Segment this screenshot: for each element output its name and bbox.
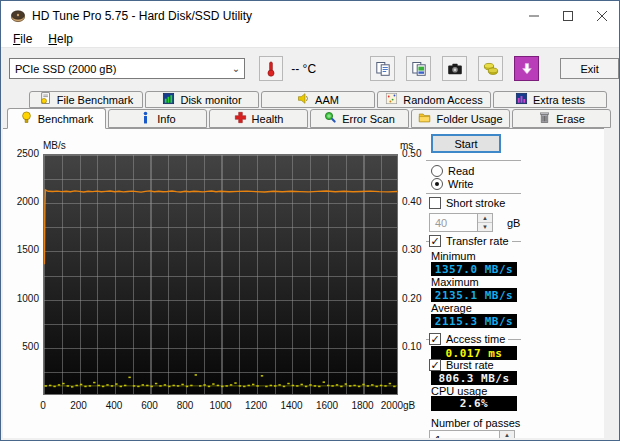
- access-time-value: 0.017 ms: [431, 346, 517, 360]
- info-icon: [139, 111, 152, 126]
- tab-label: AAM: [315, 94, 339, 106]
- toolbar-button-group: [370, 56, 539, 81]
- y-left-tick: 500: [3, 341, 39, 352]
- temperature-value: -- °C: [291, 62, 332, 76]
- y-left-tick: 1500: [3, 244, 39, 255]
- stepper-arrows[interactable]: ▲▼: [499, 431, 514, 438]
- save-results-button[interactable]: [478, 56, 503, 81]
- tab-folder-usage[interactable]: Folder Usage: [411, 109, 510, 128]
- save-disks-icon: [483, 61, 499, 77]
- tab-aam[interactable]: AAM: [261, 91, 375, 108]
- copy-pages-icon: [375, 61, 391, 77]
- window-title: HD Tune Pro 5.75 - Hard Disk/SSD Utility: [32, 9, 517, 23]
- tab-random-access[interactable]: Random Access: [377, 91, 491, 108]
- tab-label: Error Scan: [342, 113, 395, 125]
- x-axis-tick: 600: [141, 400, 158, 411]
- screenshot-button[interactable]: [442, 56, 467, 81]
- short-stroke-checkbox[interactable]: Short stroke: [429, 197, 505, 209]
- tab-label: Disk monitor: [180, 94, 241, 106]
- y-right-tick: 0.40: [402, 196, 421, 207]
- chevron-down-icon: ⌄: [228, 63, 244, 74]
- toolbar: PCIe SSD (2000 gB) ⌄ -- °C Exit: [1, 47, 619, 89]
- disk-monitor-icon: [162, 92, 175, 107]
- tab-erase[interactable]: Erase: [512, 109, 611, 128]
- file-benchmark-icon: [39, 92, 52, 107]
- access-time-label: Access time: [446, 333, 505, 345]
- step-up-icon: ▲: [478, 214, 492, 223]
- menu-bar: FileHelp: [1, 30, 619, 47]
- x-axis-tick: 1600: [316, 400, 338, 411]
- tab-health[interactable]: Health: [209, 109, 308, 128]
- tab-file-benchmark[interactable]: File Benchmark: [29, 91, 143, 108]
- copy-text-button[interactable]: [370, 56, 395, 81]
- short-stroke-unit-label: gB: [507, 217, 520, 229]
- write-radio-circle: [431, 178, 443, 190]
- x-axis-tick: 400: [106, 400, 123, 411]
- tab-benchmark[interactable]: Benchmark: [7, 108, 106, 129]
- cpu-usage-value: 2.6%: [431, 396, 517, 411]
- extra-tests-icon: [515, 92, 528, 107]
- health-icon: [234, 111, 247, 126]
- tab-extra-tests[interactable]: Extra tests: [493, 91, 607, 108]
- x-axis-tick: 1800: [351, 400, 373, 411]
- access-time-checkbox[interactable]: ✓ Access time: [429, 333, 508, 345]
- x-axis-tick: 0: [40, 400, 46, 411]
- tab-disk-monitor[interactable]: Disk monitor: [145, 91, 259, 108]
- exit-button[interactable]: Exit: [560, 58, 619, 79]
- y-right-tick: 0.50: [402, 148, 421, 159]
- x-axis-tick: 200: [70, 400, 87, 411]
- tab-error-scan[interactable]: Error Scan: [310, 109, 409, 128]
- speaker-icon: [297, 92, 310, 107]
- y-right-tick: 0.10: [402, 341, 421, 352]
- average-value: 2115.3 MB/s: [431, 314, 517, 328]
- close-icon: [597, 11, 607, 21]
- tab-label: Benchmark: [38, 113, 94, 125]
- burst-rate-label: Burst rate: [446, 359, 494, 371]
- burst-rate-value: 806.3 MB/s: [431, 371, 517, 385]
- y-left-tick: 2500: [3, 148, 39, 159]
- copy-image-button[interactable]: [406, 56, 431, 81]
- minimize-icon: [529, 11, 539, 21]
- tab-row-lower: BenchmarkInfoHealthError ScanFolder Usag…: [1, 108, 619, 128]
- start-button[interactable]: Start: [431, 134, 501, 153]
- short-stroke-size-value: 40: [430, 214, 477, 231]
- close-button[interactable]: [585, 2, 619, 30]
- minimum-label: Minimum: [431, 250, 476, 262]
- tab-label: Info: [157, 113, 175, 125]
- drive-select-value: PCIe SSD (2000 gB): [15, 63, 228, 75]
- passes-label: Number of passes: [431, 417, 520, 429]
- read-radio-label: Read: [448, 165, 474, 177]
- tab-label: Folder Usage: [436, 113, 502, 125]
- menu-help[interactable]: Help: [40, 31, 81, 47]
- copy-image-icon: [411, 61, 427, 77]
- menu-file[interactable]: File: [5, 31, 40, 47]
- minimize-button[interactable]: [517, 2, 551, 30]
- x-axis-tick: 2000gB: [381, 400, 415, 411]
- transfer-rate-checkbox[interactable]: ✓ Transfer rate: [429, 235, 512, 247]
- stepper-arrows[interactable]: ▲▼: [477, 214, 492, 231]
- passes-stepper[interactable]: 1 ▲▼: [429, 430, 515, 438]
- burst-rate-checkbox[interactable]: ✓ Burst rate: [429, 359, 494, 371]
- download-icon: [519, 61, 535, 77]
- benchmark-page: MB/s ms 25002000150010005000.500.400.300…: [3, 128, 604, 438]
- minimum-value: 1357.0 MB/s: [431, 262, 517, 276]
- hdd-icon: [10, 8, 26, 24]
- drive-select-combo[interactable]: PCIe SSD (2000 gB) ⌄: [9, 58, 245, 79]
- tab-info[interactable]: Info: [108, 109, 207, 128]
- short-stroke-size-stepper[interactable]: 40 ▲▼: [429, 213, 493, 232]
- write-radio[interactable]: Write: [431, 178, 473, 190]
- write-radio-label: Write: [448, 178, 473, 190]
- tab-label: Health: [252, 113, 284, 125]
- random-access-icon: [385, 92, 398, 107]
- maximize-button[interactable]: [551, 2, 585, 30]
- export-button[interactable]: [514, 56, 539, 81]
- maximum-label: Maximum: [431, 276, 479, 288]
- access-time-checkbox-box: ✓: [429, 333, 441, 345]
- thermometer-button[interactable]: [259, 56, 283, 81]
- tab-row-upper: File BenchmarkDisk monitorAAMRandom Acce…: [1, 89, 619, 108]
- benchmark-chart: [43, 154, 398, 395]
- series-transfer_rate: [44, 190, 397, 264]
- maximum-value: 2135.1 MB/s: [431, 288, 517, 302]
- read-radio[interactable]: Read: [431, 165, 474, 177]
- magnifier-icon: [324, 111, 337, 126]
